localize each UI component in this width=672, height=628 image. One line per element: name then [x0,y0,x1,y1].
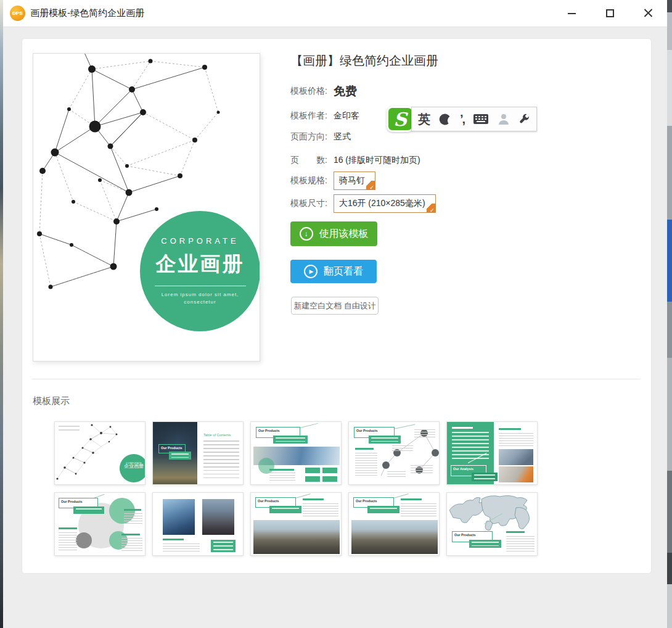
row-author: 模板作者: 金印客 [290,110,359,122]
text-lines [387,471,406,479]
template-cover-preview: CORPORATE 企业画册 Lorem ipsum dolor sit ame… [33,53,260,362]
template-title: 【画册】绿色简约企业画册 [290,52,438,69]
text-lines [506,536,535,553]
mini-contents-heading: Table of Contents [203,433,231,437]
minimize-icon [568,13,576,14]
thumbnail-world-map[interactable]: Our Products [446,492,538,556]
size-value: 大16开 (210×285毫米) [339,198,425,209]
close-icon [644,9,653,18]
row-spec: 模板规格: 骑马钉 [290,171,375,190]
punctuation-icon[interactable]: ’, [460,112,464,126]
mini-green-box [472,473,498,481]
mini-heading-bar [303,498,324,500]
thumbnail-city-page-1[interactable]: Our Products [250,492,342,556]
text-lines [452,432,489,461]
moon-icon[interactable] [439,113,451,125]
dropdown-corner-icon [366,181,375,189]
new-blank-doc-label: 新建空白文档 自由设计 [293,300,376,312]
thumbnail-contents-page[interactable]: Our Products Table of Contents [152,421,244,485]
mini-green-box [273,436,308,444]
thumbnail-cover-spread[interactable]: CORPORATE 企业画册 [54,421,145,485]
cover-green-circle: CORPORATE 企业画册 Lorem ipsum dolor sit ame… [140,211,260,331]
contents-lines [203,440,239,479]
mini-heading-bar [452,427,473,429]
row-orientation: 页面方向: 竖式 [290,131,351,143]
thumbnail-analysis-page[interactable]: Our Analysis [446,421,538,485]
mini-cover-circle: CORPORATE 企业画册 [120,454,145,482]
green-panel: Our Analysis [447,422,494,485]
mini-heading-bar [499,428,521,430]
spec-dropdown[interactable]: 骑马钉 [334,171,375,190]
download-icon: ↓ [300,227,313,241]
gallery-heading: 模板展示 [33,395,70,407]
size-dropdown[interactable]: 大16开 (210×285毫米) [334,194,436,213]
thumbnail-products-panorama[interactable]: Our Products [250,421,342,485]
thumb-photo [163,499,195,535]
mini-corporate-text: CORPORATE [126,462,141,464]
mini-chip [305,476,320,482]
thumbnail-two-towers[interactable] [152,492,244,556]
text-lines [499,433,533,447]
author-value: 金印客 [334,110,359,122]
row-pages: 页 数: 16 (排版时可随时加页) [290,155,420,166]
thumbnail-products-diagram[interactable]: Our Products [348,421,440,485]
flip-preview-button[interactable]: ▶ 翻页看看 [290,260,377,283]
row-size: 模板尺寸: 大16开 (210×285毫米) [290,194,436,213]
titlebar[interactable]: DPS 画册模板-绿色简约企业画册 [3,0,667,27]
cover-title-text: 企业画册 [156,250,245,278]
text-lines [355,453,377,477]
pages-value: 16 (排版时可随时加页) [334,155,420,166]
text-lines [121,538,142,553]
mini-heading-bar [401,498,422,500]
spec-value: 骑马钉 [339,175,365,186]
size-label: 模板尺寸: [290,198,327,209]
window-title: 画册模板-绿色简约企业画册 [30,7,144,19]
thumbnail-circles-page[interactable]: Our Products [54,492,145,556]
play-icon: ▶ [304,265,318,278]
thumbnail-city-page-2[interactable]: Our Products [348,492,440,556]
text-lines [124,513,142,526]
thumb-photo-city [253,520,340,554]
sogou-logo-icon[interactable]: S [387,106,414,132]
wrench-icon[interactable] [518,114,530,125]
maximize-button[interactable] [591,0,629,27]
thumb-photo [202,499,234,535]
mini-chip [305,468,320,473]
mini-heading-bar [355,448,374,450]
mini-heading-bar [124,509,141,511]
text-lines [163,543,200,553]
green-circle-accent [258,458,274,474]
mini-green-box [73,506,104,514]
mini-chip [322,476,337,482]
mini-heading-bar [163,539,184,540]
author-label: 模板作者: [290,110,327,122]
new-blank-doc-button[interactable]: 新建空白文档 自由设计 [291,297,379,315]
mini-heading-bar [269,469,294,471]
section-divider [31,379,641,379]
maximize-icon [606,9,614,17]
cover-divider [155,286,246,286]
cover-corporate-text: CORPORATE [161,236,239,246]
use-template-label: 使用该模板 [319,228,369,241]
cover-subtitle: Lorem ipsum dolor sit amet,consectetur [162,291,239,306]
desktop-edge-right [667,0,672,628]
mini-green-box [269,506,301,513]
use-template-button[interactable]: ↓ 使用该模板 [290,221,377,246]
dialog-window: DPS 画册模板-绿色简约企业画册 [3,0,667,628]
text-lines [401,503,436,517]
person-icon[interactable] [498,113,510,125]
ime-toolbar[interactable]: S 英 ’, [387,106,537,132]
close-button[interactable] [629,0,667,27]
world-map-graphic [447,494,538,532]
mini-chip [322,468,337,473]
gray-circle-small [76,532,92,548]
template-detail-card: CORPORATE 企业画册 Lorem ipsum dolor sit ame… [22,38,652,574]
price-label: 模板价格: [290,86,327,97]
price-value: 免费 [334,83,357,99]
keyboard-icon[interactable] [473,114,489,125]
minimize-button[interactable] [552,0,591,27]
orientation-value: 竖式 [334,131,351,143]
mini-green-box [169,452,191,460]
dropdown-corner-icon [427,204,435,212]
ime-english-mode[interactable]: 英 [418,111,430,128]
